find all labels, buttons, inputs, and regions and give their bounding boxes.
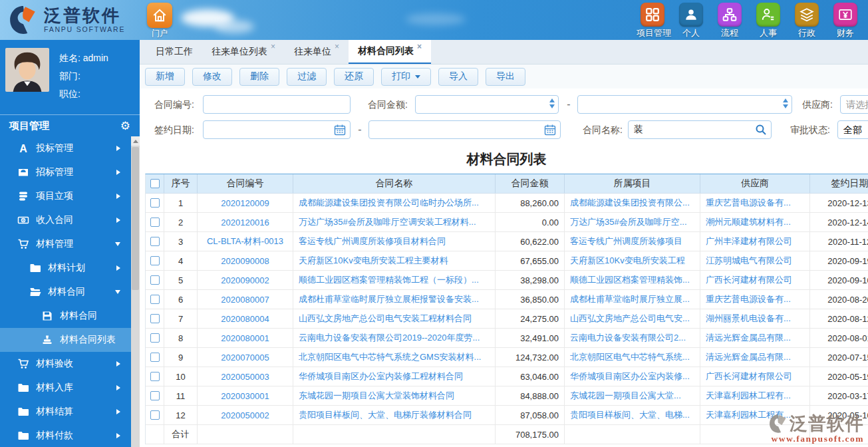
cell[interactable]: 华侨城项目南区办公室内装修... — [565, 367, 700, 386]
cell[interactable]: 云南电力设备安装有限公司2... — [565, 329, 700, 347]
cell[interactable]: 2020090002 — [198, 271, 293, 289]
row-checkbox[interactable] — [150, 275, 160, 285]
row-checkbox[interactable] — [150, 295, 160, 304]
cell[interactable]: 2020080001 — [198, 329, 293, 347]
portal-button[interactable]: 门户 — [145, 3, 174, 39]
row-checkbox[interactable] — [150, 198, 160, 208]
cell[interactable]: 潮州元顺建筑材料有... — [700, 213, 810, 231]
cell[interactable]: 北京朝阳区电气中芯特气系统... — [565, 348, 700, 367]
cell[interactable]: 成都杜甫草堂临时展厅独立展柜报警设备安装... — [293, 290, 496, 309]
row-checkbox[interactable] — [150, 353, 160, 362]
nav-finance[interactable]: 财务 — [829, 3, 861, 39]
cell[interactable]: 天府新区10Kv变电所安装工程主要材料 — [293, 251, 496, 270]
cell[interactable]: 东城花园一期项目公寓大堂... — [565, 386, 700, 405]
toolbar-button-5[interactable]: 打印 — [381, 68, 431, 86]
sidebar-item-1[interactable]: 招标管理 — [0, 160, 131, 184]
tab-2[interactable]: 往来单位× — [285, 40, 349, 64]
sidebar-item-3[interactable]: 收入合同 — [0, 208, 131, 232]
sign-date-to-input[interactable] — [368, 120, 561, 139]
cell[interactable]: 重庆艺普电源设备有... — [700, 290, 810, 309]
sidebar-item-4[interactable]: 材料管理 — [0, 232, 131, 256]
cell[interactable]: 华侨城项目南区办公室内装修工程材料合同 — [293, 367, 496, 386]
close-icon[interactable]: × — [417, 43, 422, 51]
sidebar-scrollbar[interactable] — [131, 136, 140, 447]
cell[interactable]: 天津嘉利园林工程有... — [700, 406, 810, 424]
gear-icon[interactable]: ⚙ — [120, 120, 130, 132]
cell[interactable]: 江苏明城电气有限公司 — [700, 251, 810, 270]
cell[interactable]: 清远光辉金属品有限... — [700, 329, 810, 347]
row-checkbox[interactable] — [150, 410, 160, 420]
toolbar-button-4[interactable]: 还原 — [334, 68, 374, 86]
cell[interactable]: 广西长河建材有限公司 — [700, 367, 810, 386]
row-checkbox[interactable] — [150, 372, 160, 381]
sidebar-item-7[interactable]: 材料合同 — [0, 304, 131, 328]
row-checkbox[interactable] — [150, 237, 160, 246]
cell[interactable]: 成都能源建设集团投资有限公司临时办公场所... — [293, 194, 496, 212]
cell[interactable]: 清远光辉金属品有限... — [700, 348, 810, 367]
cell[interactable]: 2020050002 — [198, 406, 293, 424]
toolbar-button-6[interactable]: 导入 — [438, 68, 478, 86]
module-header[interactable]: 项目管理 ⚙ — [0, 114, 140, 136]
cell[interactable]: 万达广场35#会所及咖啡厅空... — [565, 213, 700, 231]
cell[interactable]: 2020090008 — [198, 251, 293, 270]
tab-1[interactable]: 往来单位列表× — [202, 40, 285, 64]
sidebar-item-10[interactable]: 材料入库 — [0, 376, 131, 400]
row-checkbox[interactable] — [150, 256, 160, 265]
cell[interactable]: 2020030001 — [198, 386, 293, 405]
nav-hr[interactable]: 人事 — [752, 3, 784, 39]
cell[interactable]: 天津嘉利园林工程有... — [700, 386, 810, 405]
close-icon[interactable]: × — [335, 43, 339, 51]
approval-status-select[interactable]: 全部 — [837, 120, 868, 139]
tab-3[interactable]: 材料合同列表× — [349, 40, 431, 64]
cell[interactable]: 重庆艺普电源设备有... — [700, 194, 810, 212]
tab-0[interactable]: 日常工作 — [146, 40, 202, 64]
cell[interactable]: 山西弘文房地产总公司电气安... — [565, 309, 700, 328]
cell[interactable]: 万达广场35#会所及咖啡厅空调安装工程材料... — [293, 213, 496, 231]
nav-admin[interactable]: 行政 — [791, 3, 823, 39]
nav-personal[interactable]: 个人 — [675, 3, 707, 39]
toolbar-button-3[interactable]: 过滤 — [287, 68, 327, 86]
select-all-checkbox[interactable] — [150, 179, 160, 188]
nav-process[interactable]: 流程 — [714, 3, 746, 39]
cell[interactable]: 2020070005 — [198, 348, 293, 367]
toolbar-button-1[interactable]: 修改 — [192, 68, 232, 86]
scrollbar-thumb[interactable] — [132, 147, 139, 290]
sidebar-item-0[interactable]: A投标管理 — [0, 136, 131, 160]
row-checkbox[interactable] — [150, 218, 160, 227]
cell[interactable]: 顺德工业园区档案管理精装饰工程（一标段）... — [293, 271, 496, 289]
cell[interactable]: 2020120009 — [198, 194, 293, 212]
cell[interactable]: 天府新区10Kv变电所安装工程 — [565, 251, 700, 270]
cell[interactable]: 东城花园一期项目公寓大堂装饰材料合同 — [293, 386, 496, 405]
cell[interactable]: 云南电力设备安装有限公司2019--2020年度劳... — [293, 329, 496, 347]
sidebar-item-6[interactable]: 材料合同 — [0, 280, 131, 304]
sidebar-item-8[interactable]: 材料合同列表 — [0, 328, 131, 352]
cell[interactable]: 广州丰泽建材有限公司 — [700, 232, 810, 251]
cell[interactable]: 北京朝阳区电气中芯特气系统之GMS安装材料... — [293, 348, 496, 367]
toolbar-button-7[interactable]: 导出 — [486, 68, 525, 86]
cell[interactable]: 广西长河建材有限公司 — [700, 271, 810, 289]
toolbar-button-2[interactable]: 删除 — [239, 68, 279, 86]
cell[interactable]: 2020080007 — [198, 290, 293, 309]
cell[interactable]: CL-BLTA-材料-0013 — [198, 232, 293, 251]
contract-name-input[interactable] — [628, 120, 772, 139]
amount-to-input[interactable] — [577, 95, 792, 114]
row-checkbox[interactable] — [150, 333, 160, 343]
cell[interactable]: 山西弘文房地产总公司电气安装工程材料合同 — [293, 309, 496, 328]
cell[interactable]: 成都杜甫草堂临时展厅独立展... — [565, 290, 700, 309]
row-checkbox[interactable] — [150, 314, 160, 323]
cell[interactable]: 2020050003 — [198, 367, 293, 386]
cell[interactable]: 2020120016 — [198, 213, 293, 231]
toolbar-button-0[interactable]: 新增 — [145, 68, 185, 86]
sidebar-item-5[interactable]: 材料计划 — [0, 256, 131, 280]
cell[interactable]: 2020080004 — [198, 309, 293, 328]
cell[interactable]: 成都能源建设集团投资有限公... — [565, 194, 700, 212]
contract-no-input[interactable] — [203, 95, 351, 114]
amount-from-spinner[interactable] — [549, 98, 555, 108]
amount-from-input[interactable] — [415, 95, 559, 114]
cell[interactable]: 贵阳项目样板间、大堂、电梯厅装修材料合同 — [293, 406, 496, 424]
sign-date-from-input[interactable] — [203, 120, 351, 139]
row-checkbox[interactable] — [150, 391, 160, 400]
cell[interactable]: 客运专线广州调度所装修项目 — [565, 232, 700, 251]
sidebar-item-9[interactable]: 材料验收 — [0, 352, 131, 376]
sidebar-item-2[interactable]: 项目立项 — [0, 184, 131, 208]
